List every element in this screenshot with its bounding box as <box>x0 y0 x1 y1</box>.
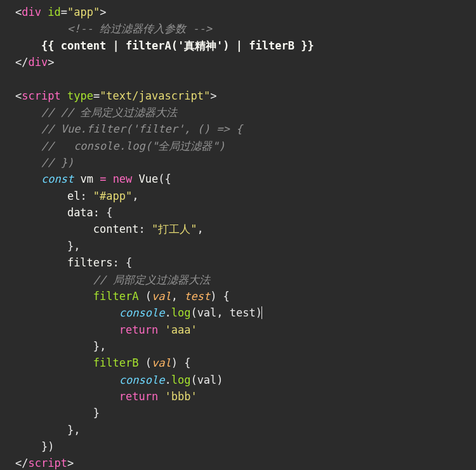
code-line[interactable] <box>15 70 476 87</box>
code-line[interactable]: // console.log("全局过滤器") <box>15 138 476 154</box>
token-punct: </ <box>15 457 28 469</box>
token-attr-name: id <box>48 6 60 18</box>
token-punct: , <box>171 290 184 303</box>
token-str: "#app" <box>93 190 132 202</box>
token-punct: ) { <box>171 356 191 369</box>
token-punct: > <box>48 56 54 69</box>
code-line[interactable]: }, <box>15 422 476 438</box>
code-editor[interactable]: <div id="app"> <!-- 给过滤器传入参数 --> {{ cont… <box>0 4 476 470</box>
code-line[interactable]: filterB (val) { <box>15 355 476 371</box>
token-var: vm <box>80 173 93 185</box>
token-punct: , <box>132 190 138 202</box>
code-line[interactable]: console.log(val) <box>15 372 476 388</box>
token-punct: > <box>210 89 216 102</box>
token-punct: , <box>197 223 203 235</box>
token-kw: const <box>41 173 74 185</box>
code-line[interactable]: </div> <box>15 54 476 70</box>
code-line[interactable]: // 局部定义过滤器大法 <box>15 271 476 288</box>
token-comment: // }) <box>41 156 74 169</box>
code-line[interactable]: filterA (val, test) { <box>15 288 476 304</box>
token-attr-name: type <box>67 89 93 102</box>
code-line[interactable]: // }) <box>15 154 476 171</box>
code-line[interactable]: }, <box>15 238 476 254</box>
token-kw-new: new <box>113 173 133 185</box>
token-punct: : <box>80 190 93 202</box>
code-line[interactable]: // Vue.filter('filter', () => { <box>15 121 476 137</box>
token-comment: // Vue.filter('filter', () => { <box>41 122 242 135</box>
token-punct: : { <box>93 206 113 219</box>
token-attr-val: "app" <box>67 6 100 18</box>
token-comment: // console.log("全局过滤器") <box>41 140 225 152</box>
text-cursor <box>261 306 262 319</box>
token-punct: ) { <box>210 290 230 303</box>
token-var <box>106 173 112 185</box>
token-punct: }, <box>93 340 106 353</box>
token-str: 'bbb' <box>164 390 197 403</box>
token-punct: </ <box>15 56 28 69</box>
token-punct <box>41 6 48 18</box>
token-func: log <box>171 374 191 386</box>
token-punct: }, <box>67 424 80 436</box>
token-cls: Vue <box>139 173 159 185</box>
token-punct: = <box>93 89 100 102</box>
token-punct <box>61 89 67 102</box>
code-line[interactable]: <!-- 给过滤器传入参数 --> <box>15 20 476 37</box>
code-line[interactable]: const vm = new Vue({ <box>15 171 476 187</box>
code-line[interactable]: console.log(val, test) <box>15 304 476 321</box>
code-line[interactable]: el: "#app", <box>15 188 476 204</box>
token-func: filterB <box>93 356 139 369</box>
code-line[interactable]: return 'aaa' <box>15 322 476 338</box>
token-punct: ({ <box>158 173 171 185</box>
code-line[interactable]: filters: { <box>15 254 476 271</box>
code-line[interactable]: {{ content | filterA('真精神') | filterB }} <box>15 37 476 54</box>
token-punct: ( <box>138 356 151 369</box>
token-str: "打工人" <box>152 223 197 235</box>
token-attr-val: "text/javascript" <box>100 89 210 102</box>
token-punct: } <box>93 407 100 419</box>
token-prop: filters <box>67 256 113 269</box>
code-line[interactable]: data: { <box>15 204 476 221</box>
token-tag-name: div <box>28 56 48 69</box>
token-param: val <box>152 356 171 369</box>
token-var <box>158 323 164 336</box>
code-line[interactable]: content: "打工人", <box>15 221 476 237</box>
token-kw-new: return <box>119 390 158 403</box>
code-line[interactable]: // // 全局定义过滤器大法 <box>15 104 476 121</box>
token-punct: . <box>164 306 171 319</box>
code-line[interactable]: } <box>15 405 476 421</box>
token-punct: : <box>138 223 151 235</box>
token-prop: el <box>67 190 80 202</box>
token-var <box>158 390 164 403</box>
token-punct: < <box>15 89 22 102</box>
token-punct: : { <box>113 256 133 269</box>
code-line[interactable]: return 'bbb' <box>15 388 476 405</box>
token-punct: . <box>164 374 171 386</box>
code-line[interactable]: <div id="app"> <box>15 4 476 20</box>
code-line[interactable]: }) <box>15 438 476 455</box>
token-var <box>93 173 100 185</box>
token-punct: (val, test) <box>190 306 262 319</box>
token-punct: }) <box>41 440 54 453</box>
token-str: 'aaa' <box>164 323 197 336</box>
token-prop: content <box>93 223 139 235</box>
token-punct: < <box>15 6 22 18</box>
token-punct: ( <box>138 290 151 303</box>
token-param: test <box>184 290 210 303</box>
token-func: filterA <box>93 290 139 303</box>
token-punct: }, <box>67 240 80 252</box>
token-var <box>74 173 80 185</box>
token-builtin: console <box>119 374 165 386</box>
token-func: log <box>171 306 191 319</box>
token-comment: <!-- 给过滤器传入参数 --> <box>67 22 212 35</box>
token-comment: // // 全局定义过滤器大法 <box>41 106 177 119</box>
token-param: val <box>152 290 171 303</box>
code-line[interactable]: </script> <box>15 455 476 470</box>
code-line[interactable]: <script type="text/javascript"> <box>15 88 476 104</box>
code-line[interactable]: }, <box>15 338 476 355</box>
token-tag-name: div <box>22 6 41 18</box>
token-comment: // 局部定义过滤器大法 <box>93 273 210 286</box>
token-punct: (val) <box>190 374 223 386</box>
token-var <box>132 173 138 185</box>
token-op: = <box>100 173 106 185</box>
token-punct: > <box>100 6 106 18</box>
